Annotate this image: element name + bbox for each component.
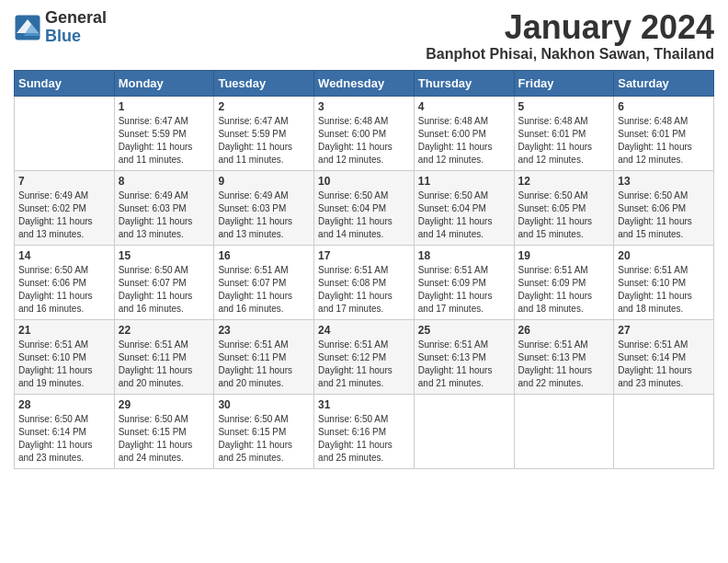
day-number: 23: [218, 324, 310, 337]
calendar-cell: [614, 394, 714, 468]
day-number: 10: [318, 175, 410, 188]
calendar-cell: 2Sunrise: 6:47 AM Sunset: 5:59 PM Daylig…: [214, 96, 314, 170]
day-info: Sunrise: 6:50 AM Sunset: 6:05 PM Dayligh…: [518, 190, 610, 241]
day-number: 28: [18, 398, 110, 411]
day-number: 6: [618, 100, 710, 113]
day-of-week-header: Thursday: [414, 70, 514, 96]
day-info: Sunrise: 6:51 AM Sunset: 6:10 PM Dayligh…: [618, 264, 710, 316]
calendar-week-row: 1Sunrise: 6:47 AM Sunset: 5:59 PM Daylig…: [15, 96, 714, 170]
day-of-week-header: Tuesday: [214, 70, 314, 96]
calendar-header-row: SundayMondayTuesdayWednesdayThursdayFrid…: [15, 70, 714, 96]
day-number: 11: [418, 175, 510, 188]
calendar-cell: 22Sunrise: 6:51 AM Sunset: 6:11 PM Dayli…: [114, 319, 214, 394]
day-number: 14: [18, 249, 110, 262]
day-of-week-header: Sunday: [15, 70, 115, 96]
calendar-week-row: 14Sunrise: 6:50 AM Sunset: 6:06 PM Dayli…: [15, 245, 714, 319]
logo-icon: [14, 14, 41, 41]
day-info: Sunrise: 6:50 AM Sunset: 6:15 PM Dayligh…: [218, 413, 310, 465]
day-info: Sunrise: 6:48 AM Sunset: 6:01 PM Dayligh…: [518, 115, 610, 167]
calendar-week-row: 21Sunrise: 6:51 AM Sunset: 6:10 PM Dayli…: [15, 319, 714, 394]
day-of-week-header: Monday: [114, 70, 214, 96]
day-info: Sunrise: 6:50 AM Sunset: 6:04 PM Dayligh…: [318, 190, 410, 241]
day-info: Sunrise: 6:49 AM Sunset: 6:03 PM Dayligh…: [218, 190, 310, 241]
calendar-cell: 11Sunrise: 6:50 AM Sunset: 6:04 PM Dayli…: [414, 170, 514, 245]
calendar-cell: 14Sunrise: 6:50 AM Sunset: 6:06 PM Dayli…: [15, 245, 115, 319]
day-info: Sunrise: 6:51 AM Sunset: 6:13 PM Dayligh…: [418, 339, 510, 390]
day-info: Sunrise: 6:51 AM Sunset: 6:14 PM Dayligh…: [618, 339, 710, 390]
calendar-week-row: 7Sunrise: 6:49 AM Sunset: 6:02 PM Daylig…: [15, 170, 714, 245]
day-number: 15: [119, 249, 210, 262]
day-number: 12: [518, 175, 610, 188]
day-number: 19: [518, 249, 610, 262]
calendar-cell: 30Sunrise: 6:50 AM Sunset: 6:15 PM Dayli…: [214, 394, 314, 468]
day-number: 16: [218, 249, 310, 262]
day-info: Sunrise: 6:51 AM Sunset: 6:09 PM Dayligh…: [418, 264, 510, 316]
calendar-cell: 25Sunrise: 6:51 AM Sunset: 6:13 PM Dayli…: [414, 319, 514, 394]
calendar-cell: 18Sunrise: 6:51 AM Sunset: 6:09 PM Dayli…: [414, 245, 514, 319]
calendar-cell: 7Sunrise: 6:49 AM Sunset: 6:02 PM Daylig…: [15, 170, 115, 245]
calendar-cell: 9Sunrise: 6:49 AM Sunset: 6:03 PM Daylig…: [214, 170, 314, 245]
day-info: Sunrise: 6:48 AM Sunset: 6:01 PM Dayligh…: [618, 115, 710, 167]
day-number: 27: [618, 324, 710, 337]
calendar-cell: 4Sunrise: 6:48 AM Sunset: 6:00 PM Daylig…: [414, 96, 514, 170]
calendar-cell: 12Sunrise: 6:50 AM Sunset: 6:05 PM Dayli…: [514, 170, 614, 245]
calendar-cell: 21Sunrise: 6:51 AM Sunset: 6:10 PM Dayli…: [15, 319, 115, 394]
calendar-cell: 6Sunrise: 6:48 AM Sunset: 6:01 PM Daylig…: [614, 96, 714, 170]
day-number: 1: [119, 100, 210, 113]
day-info: Sunrise: 6:50 AM Sunset: 6:07 PM Dayligh…: [119, 264, 210, 316]
day-info: Sunrise: 6:50 AM Sunset: 6:06 PM Dayligh…: [18, 264, 110, 316]
logo-general: General: [45, 9, 107, 28]
day-number: 7: [18, 175, 110, 188]
calendar-cell: 23Sunrise: 6:51 AM Sunset: 6:11 PM Dayli…: [214, 319, 314, 394]
calendar-cell: 5Sunrise: 6:48 AM Sunset: 6:01 PM Daylig…: [514, 96, 614, 170]
calendar-cell: 16Sunrise: 6:51 AM Sunset: 6:07 PM Dayli…: [214, 245, 314, 319]
calendar-cell: 28Sunrise: 6:50 AM Sunset: 6:14 PM Dayli…: [15, 394, 115, 468]
calendar-cell: 19Sunrise: 6:51 AM Sunset: 6:09 PM Dayli…: [514, 245, 614, 319]
day-number: 3: [318, 100, 410, 113]
day-number: 13: [618, 175, 710, 188]
day-info: Sunrise: 6:51 AM Sunset: 6:11 PM Dayligh…: [218, 339, 310, 390]
calendar-cell: [414, 394, 514, 468]
day-of-week-header: Wednesday: [314, 70, 415, 96]
calendar-cell: [514, 394, 614, 468]
day-number: 8: [119, 175, 210, 188]
calendar-cell: 3Sunrise: 6:48 AM Sunset: 6:00 PM Daylig…: [314, 96, 415, 170]
day-of-week-header: Saturday: [614, 70, 714, 96]
day-number: 31: [318, 398, 410, 411]
day-info: Sunrise: 6:50 AM Sunset: 6:16 PM Dayligh…: [318, 413, 410, 465]
main-title: January 2024: [426, 9, 714, 46]
day-info: Sunrise: 6:49 AM Sunset: 6:03 PM Dayligh…: [119, 190, 210, 241]
day-number: 4: [418, 100, 510, 113]
day-info: Sunrise: 6:49 AM Sunset: 6:02 PM Dayligh…: [18, 190, 110, 241]
logo: General Blue: [14, 9, 107, 46]
day-info: Sunrise: 6:51 AM Sunset: 6:13 PM Dayligh…: [518, 339, 610, 390]
day-info: Sunrise: 6:50 AM Sunset: 6:04 PM Dayligh…: [418, 190, 510, 241]
day-of-week-header: Friday: [514, 70, 614, 96]
calendar-cell: 10Sunrise: 6:50 AM Sunset: 6:04 PM Dayli…: [314, 170, 415, 245]
calendar-cell: 27Sunrise: 6:51 AM Sunset: 6:14 PM Dayli…: [614, 319, 714, 394]
day-info: Sunrise: 6:50 AM Sunset: 6:06 PM Dayligh…: [618, 190, 710, 241]
subtitle: Banphot Phisai, Nakhon Sawan, Thailand: [426, 46, 714, 63]
day-number: 30: [218, 398, 310, 411]
day-number: 22: [119, 324, 210, 337]
day-info: Sunrise: 6:51 AM Sunset: 6:10 PM Dayligh…: [18, 339, 110, 390]
day-info: Sunrise: 6:51 AM Sunset: 6:09 PM Dayligh…: [518, 264, 610, 316]
calendar-cell: 15Sunrise: 6:50 AM Sunset: 6:07 PM Dayli…: [114, 245, 214, 319]
title-block: January 2024 Banphot Phisai, Nakhon Sawa…: [426, 9, 714, 63]
day-info: Sunrise: 6:51 AM Sunset: 6:12 PM Dayligh…: [318, 339, 410, 390]
logo-blue: Blue: [45, 28, 107, 46]
day-info: Sunrise: 6:51 AM Sunset: 6:08 PM Dayligh…: [318, 264, 410, 316]
day-number: 17: [318, 249, 410, 262]
calendar-cell: 8Sunrise: 6:49 AM Sunset: 6:03 PM Daylig…: [114, 170, 214, 245]
calendar-week-row: 28Sunrise: 6:50 AM Sunset: 6:14 PM Dayli…: [15, 394, 714, 468]
calendar-table: SundayMondayTuesdayWednesdayThursdayFrid…: [14, 70, 714, 469]
day-number: 26: [518, 324, 610, 337]
calendar-cell: 26Sunrise: 6:51 AM Sunset: 6:13 PM Dayli…: [514, 319, 614, 394]
day-number: 24: [318, 324, 410, 337]
day-number: 2: [218, 100, 310, 113]
calendar-cell: 17Sunrise: 6:51 AM Sunset: 6:08 PM Dayli…: [314, 245, 415, 319]
page-header: General Blue January 2024 Banphot Phisai…: [14, 9, 714, 63]
day-number: 29: [119, 398, 210, 411]
day-number: 21: [18, 324, 110, 337]
day-info: Sunrise: 6:51 AM Sunset: 6:07 PM Dayligh…: [218, 264, 310, 316]
